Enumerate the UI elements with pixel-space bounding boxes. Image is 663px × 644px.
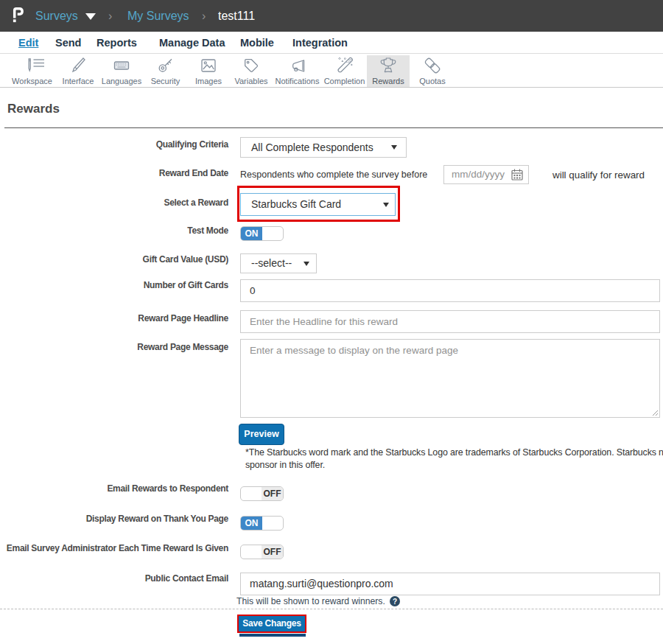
svg-text:?: ? [393,598,397,606]
